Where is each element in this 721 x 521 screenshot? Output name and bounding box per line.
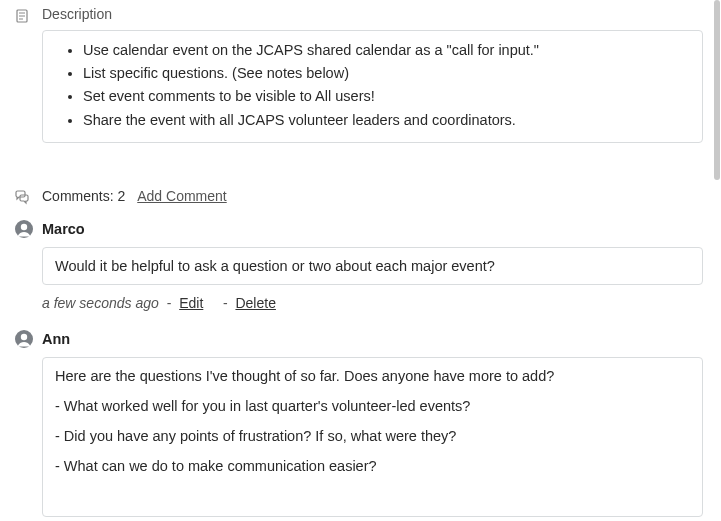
delete-link[interactable]: Delete	[235, 295, 275, 311]
sep: -	[211, 295, 231, 311]
comment: Marco Would it be helpful to ask a quest…	[42, 219, 703, 311]
avatar-icon	[14, 329, 34, 349]
comment-body: Would it be helpful to ask a question or…	[42, 247, 703, 285]
comment-text: - What can we do to make communication e…	[55, 458, 690, 474]
comment-text: Would it be helpful to ask a question or…	[55, 258, 495, 274]
comment-body: Here are the questions I've thought of s…	[42, 357, 703, 517]
comment-author: Marco	[42, 221, 85, 237]
svg-point-7	[21, 334, 27, 340]
comment-author: Ann	[42, 331, 70, 347]
scrollbar[interactable]	[713, 0, 721, 521]
comments-count: Comments: 2	[42, 188, 125, 204]
scrollbar-thumb[interactable]	[714, 0, 720, 180]
sep: -	[167, 295, 176, 311]
comment-meta: a few seconds ago - Edit - Delete	[42, 295, 703, 311]
description-item: Use calendar event on the JCAPS shared c…	[83, 39, 684, 62]
svg-point-5	[21, 224, 27, 230]
comment-text: - What worked well for you in last quart…	[55, 398, 690, 414]
description-item: Set event comments to be visible to All …	[83, 85, 684, 108]
comment-text: Here are the questions I've thought of s…	[55, 368, 690, 384]
description-item: Share the event with all JCAPS volunteer…	[83, 109, 684, 132]
description-list: Use calendar event on the JCAPS shared c…	[61, 39, 684, 132]
edit-link[interactable]: Edit	[179, 295, 203, 311]
comments-icon	[14, 189, 30, 205]
comment: Ann Here are the questions I've thought …	[42, 329, 703, 517]
description-icon	[14, 8, 30, 24]
add-comment-link[interactable]: Add Comment	[137, 188, 226, 204]
comment-text: - Did you have any points of frustration…	[55, 428, 690, 444]
comment-timestamp: a few seconds ago	[42, 295, 159, 311]
avatar-icon	[14, 219, 34, 239]
description-box: Use calendar event on the JCAPS shared c…	[42, 30, 703, 143]
description-item: List specific questions. (See notes belo…	[83, 62, 684, 85]
description-label: Description	[42, 6, 112, 22]
